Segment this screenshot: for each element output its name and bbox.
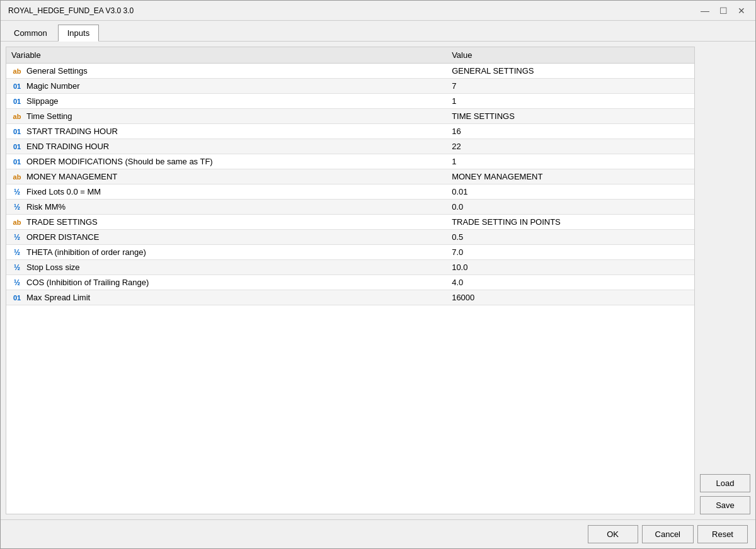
- type-badge: ab: [11, 173, 23, 181]
- variable-name: Fixed Lots 0.0 = MM: [26, 187, 101, 196]
- type-badge: 01: [11, 128, 23, 135]
- value-cell: MONEY MANAGEMENT: [447, 169, 694, 184]
- maximize-button[interactable]: ☐: [717, 6, 730, 15]
- variable-cell: ½Stop Loss size: [6, 260, 447, 275]
- variable-cell: 01Slippage: [6, 94, 447, 109]
- type-badge: ½: [11, 248, 23, 257]
- table-header-row: Variable Value: [6, 47, 694, 64]
- type-badge: ½: [11, 278, 23, 287]
- value-cell: 0.5: [447, 230, 694, 245]
- table-row[interactable]: ½Risk MM%0.0: [6, 200, 694, 215]
- variables-table-container: Variable Value abGeneral SettingsGENERAL…: [6, 47, 695, 514]
- type-badge: 01: [11, 158, 23, 166]
- variable-cell: abTime Setting: [6, 109, 447, 124]
- value-cell: 7: [447, 79, 694, 94]
- column-variable: Variable: [6, 47, 447, 64]
- main-window: ROYAL_HEDGE_FUND_EA V3.0 3.0 — ☐ ✕ Commo…: [0, 0, 756, 549]
- variable-cell: abGeneral Settings: [6, 64, 447, 79]
- variable-name: General Settings: [26, 66, 88, 76]
- variable-name: Magic Number: [26, 81, 80, 91]
- value-cell: TIME SETTINGS: [447, 109, 694, 124]
- tab-bar: Common Inputs: [1, 21, 755, 42]
- variables-table: Variable Value abGeneral SettingsGENERAL…: [6, 47, 694, 305]
- variable-cell: ½COS (Inhibition of Trailing Range): [6, 275, 447, 290]
- table-row[interactable]: abTime SettingTIME SETTINGS: [6, 109, 694, 124]
- variable-cell: 01START TRADING HOUR: [6, 124, 447, 139]
- variable-cell: 01ORDER MODIFICATIONS (Should be same as…: [6, 154, 447, 169]
- save-button[interactable]: Save: [700, 496, 750, 514]
- reset-button[interactable]: Reset: [697, 525, 748, 543]
- cancel-button[interactable]: Cancel: [642, 525, 694, 543]
- variable-cell: 01Max Spread Limit: [6, 290, 447, 305]
- variable-name: MONEY MANAGEMENT: [26, 172, 117, 181]
- table-row[interactable]: 01Magic Number7: [6, 79, 694, 94]
- variable-name: COS (Inhibition of Trailing Range): [26, 278, 149, 287]
- window-title: ROYAL_HEDGE_FUND_EA V3.0 3.0: [8, 6, 134, 15]
- variable-name: ORDER MODIFICATIONS (Should be same as T…: [26, 157, 213, 166]
- type-badge: 01: [11, 98, 23, 105]
- close-button[interactable]: ✕: [735, 6, 748, 15]
- variable-cell: ½Risk MM%: [6, 200, 447, 215]
- value-cell: 16: [447, 124, 694, 139]
- minimize-button[interactable]: —: [698, 6, 712, 15]
- window-controls: — ☐ ✕: [698, 6, 748, 15]
- column-value: Value: [447, 47, 694, 64]
- table-row[interactable]: ½COS (Inhibition of Trailing Range)4.0: [6, 275, 694, 290]
- type-badge: ½: [11, 188, 23, 196]
- title-bar: ROYAL_HEDGE_FUND_EA V3.0 3.0 — ☐ ✕: [1, 1, 755, 21]
- table-row[interactable]: abMONEY MANAGEMENTMONEY MANAGEMENT: [6, 169, 694, 184]
- value-cell: GENERAL SETTINGS: [447, 64, 694, 79]
- variable-name: TRADE SETTINGS: [26, 217, 98, 227]
- type-badge: ½: [11, 203, 23, 212]
- table-row[interactable]: 01ORDER MODIFICATIONS (Should be same as…: [6, 154, 694, 169]
- variable-cell: ½THETA (inhibition of order range): [6, 245, 447, 260]
- type-badge: 01: [11, 82, 23, 90]
- load-button[interactable]: Load: [700, 474, 750, 492]
- bottom-bar: OK Cancel Reset: [1, 519, 755, 548]
- value-cell: 0.01: [447, 184, 694, 200]
- sidebar-buttons: Load Save: [700, 47, 750, 514]
- variable-name: Slippage: [26, 96, 59, 106]
- table-row[interactable]: ½Fixed Lots 0.0 = MM0.01: [6, 184, 694, 200]
- value-cell: 10.0: [447, 260, 694, 275]
- type-badge: ab: [11, 67, 23, 75]
- variable-name: START TRADING HOUR: [26, 127, 118, 136]
- value-cell: 0.0: [447, 200, 694, 215]
- content-area: Variable Value abGeneral SettingsGENERAL…: [1, 42, 755, 519]
- type-badge: ab: [11, 113, 23, 120]
- value-cell: 22: [447, 139, 694, 154]
- table-row[interactable]: 01Slippage1: [6, 94, 694, 109]
- variable-name: Max Spread Limit: [26, 293, 90, 302]
- value-cell: 4.0: [447, 275, 694, 290]
- tab-common[interactable]: Common: [4, 25, 57, 41]
- type-badge: ½: [11, 233, 23, 242]
- ok-button[interactable]: OK: [588, 525, 638, 543]
- table-row[interactable]: ½THETA (inhibition of order range)7.0: [6, 245, 694, 260]
- table-row[interactable]: 01Max Spread Limit16000: [6, 290, 694, 305]
- table-row[interactable]: ½ORDER DISTANCE0.5: [6, 230, 694, 245]
- variable-name: ORDER DISTANCE: [26, 232, 99, 242]
- type-badge: ½: [11, 263, 23, 272]
- type-badge: ab: [11, 218, 23, 226]
- variable-name: Time Setting: [26, 111, 72, 121]
- value-cell: 16000: [447, 290, 694, 305]
- table-row[interactable]: 01END TRADING HOUR22: [6, 139, 694, 154]
- variable-name: END TRADING HOUR: [26, 142, 109, 151]
- variable-name: Stop Loss size: [26, 263, 80, 272]
- table-row[interactable]: ½Stop Loss size10.0: [6, 260, 694, 275]
- variable-cell: abMONEY MANAGEMENT: [6, 169, 447, 184]
- table-row[interactable]: 01START TRADING HOUR16: [6, 124, 694, 139]
- variable-cell: 01END TRADING HOUR: [6, 139, 447, 154]
- variable-cell: ½ORDER DISTANCE: [6, 230, 447, 245]
- table-row[interactable]: abGeneral SettingsGENERAL SETTINGS: [6, 64, 694, 79]
- variable-name: Risk MM%: [26, 202, 66, 212]
- tab-inputs[interactable]: Inputs: [58, 25, 99, 42]
- table-row[interactable]: abTRADE SETTINGSTRADE SETTING IN POINTS: [6, 215, 694, 230]
- value-cell: TRADE SETTING IN POINTS: [447, 215, 694, 230]
- value-cell: 1: [447, 94, 694, 109]
- variable-name: THETA (inhibition of order range): [26, 247, 146, 257]
- value-cell: 7.0: [447, 245, 694, 260]
- type-badge: 01: [11, 294, 23, 302]
- variable-cell: abTRADE SETTINGS: [6, 215, 447, 230]
- type-badge: 01: [11, 143, 23, 150]
